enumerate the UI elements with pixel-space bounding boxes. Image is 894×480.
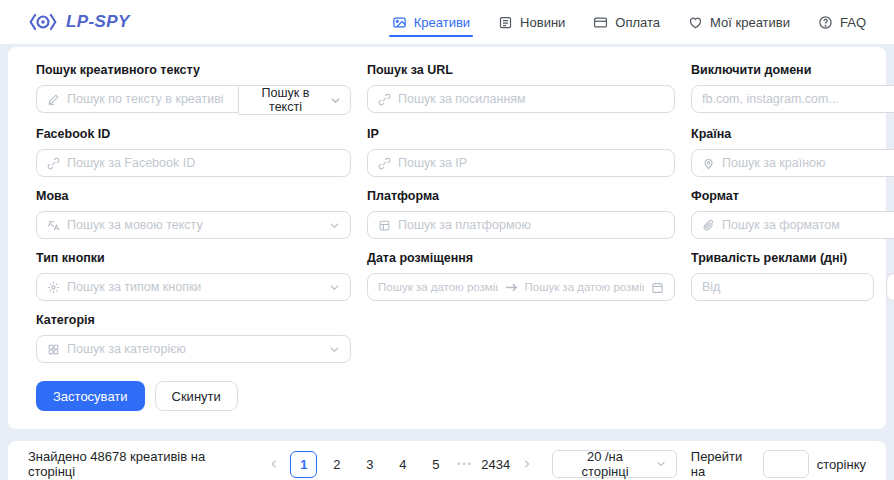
heart-icon [688, 15, 703, 30]
filter-url: Пошук за URL [367, 55, 675, 115]
tab-creatives[interactable]: Креативи [392, 0, 470, 44]
filter-exclude-domains: Виключити домени [691, 55, 894, 115]
field-label: Виключити домени [691, 63, 894, 77]
creative-text-input[interactable] [67, 92, 228, 106]
page-button-4[interactable]: 4 [389, 451, 416, 478]
filter-facebook-id: Facebook ID [36, 119, 351, 177]
page-button-last[interactable]: 2434 [481, 451, 511, 478]
filter-placement-date: Дата розміщення [367, 243, 675, 301]
paperclip-icon [702, 219, 715, 232]
brand-logo[interactable]: LP-SPY [28, 12, 130, 32]
exclude-domains-input[interactable] [702, 92, 894, 106]
category-input[interactable] [67, 342, 322, 356]
field-label: Тип кнопки [36, 251, 351, 265]
page-button-1[interactable]: 1 [290, 451, 317, 478]
reset-button[interactable]: Скинути [155, 381, 238, 411]
field-label: Формат [691, 189, 894, 203]
date-to-input[interactable] [525, 281, 645, 293]
gear-icon [47, 281, 60, 294]
question-circle-icon [818, 15, 833, 30]
tab-label: Оплата [615, 15, 660, 30]
field-label: Пошук креативного тексту [36, 63, 351, 77]
arrow-right-icon [505, 281, 518, 294]
page-size-value: 20 /на сторінці [563, 449, 647, 479]
page-button-2[interactable]: 2 [323, 451, 350, 478]
field-label: Країна [691, 127, 894, 141]
page-size-select[interactable]: 20 /на сторінці [552, 450, 677, 478]
filter-category: Категорія [36, 305, 351, 363]
tab-news[interactable]: Новини [498, 0, 565, 44]
credit-card-icon [593, 15, 608, 30]
chevron-down-icon [329, 344, 340, 355]
goto-page: Перейти на сторінку [691, 449, 866, 479]
tab-faq[interactable]: FAQ [818, 0, 866, 44]
facebook-id-input[interactable] [67, 156, 340, 170]
filter-country: Країна [691, 119, 894, 177]
page-button-3[interactable]: 3 [356, 451, 383, 478]
platform-input[interactable] [398, 218, 664, 232]
link-icon [378, 157, 391, 170]
tab-payment[interactable]: Оплата [593, 0, 660, 44]
tab-my-creatives[interactable]: Мої креативи [688, 0, 790, 44]
page-button-5[interactable]: 5 [422, 451, 449, 478]
filter-language: Мова [36, 181, 351, 239]
results-bar: Знайдено 48678 креативів на сторінці 1 2… [8, 441, 886, 480]
duration-from-input[interactable] [702, 280, 863, 294]
field-label: Пошук за URL [367, 63, 675, 77]
button-type-input[interactable] [67, 280, 322, 294]
filter-ad-duration: Тривалість реклами (дні) [691, 243, 894, 301]
filters-panel: Пошук креативного тексту Пошук в тексті … [8, 47, 886, 429]
goto-prefix: Перейти на [691, 449, 755, 479]
app-header: LP-SPY Креативи Новини Оплата Мої креати… [0, 0, 894, 44]
translate-icon [47, 219, 60, 232]
field-label: Facebook ID [36, 127, 351, 141]
chevron-down-icon [329, 220, 340, 231]
filter-creative-text: Пошук креативного тексту Пошук в тексті [36, 55, 351, 115]
results-summary: Знайдено 48678 креативів на сторінці [28, 449, 249, 479]
location-pin-icon [702, 157, 715, 170]
field-label: Мова [36, 189, 351, 203]
tab-label: Мої креативи [710, 15, 790, 30]
pagination-ellipsis[interactable]: ••• [457, 459, 472, 469]
news-icon [498, 15, 513, 30]
url-input[interactable] [398, 92, 664, 106]
calendar-icon [651, 281, 664, 294]
field-label: IP [367, 127, 675, 141]
chevron-down-icon [329, 282, 340, 293]
date-from-input[interactable] [378, 281, 498, 293]
field-label: Тривалість реклами (дні) [691, 251, 894, 265]
filter-format: Формат [691, 181, 894, 239]
goto-suffix: сторінку [817, 457, 866, 472]
language-input[interactable] [67, 218, 322, 232]
link-icon [47, 157, 60, 170]
mode-label: Пошук в тексті [248, 86, 323, 114]
filter-button-type: Тип кнопки [36, 243, 351, 301]
category-grid-icon [47, 343, 60, 356]
pencil-icon [47, 93, 60, 106]
tab-label: FAQ [840, 15, 866, 30]
brand-name: LP-SPY [66, 12, 130, 32]
field-label: Категорія [36, 313, 351, 327]
format-input[interactable] [722, 218, 894, 232]
text-search-mode-select[interactable]: Пошук в тексті [238, 85, 351, 115]
country-input[interactable] [722, 156, 894, 170]
chevron-down-icon [656, 459, 666, 469]
picture-icon [392, 15, 407, 30]
field-label: Дата розміщення [367, 251, 675, 265]
goto-page-input[interactable] [763, 450, 809, 478]
main-nav: Креативи Новини Оплата Мої креативи FAQ [392, 0, 866, 44]
filter-platform: Платформа [367, 181, 675, 239]
filter-ip: IP [367, 119, 675, 177]
tab-label: Креативи [414, 15, 470, 30]
ip-input[interactable] [398, 156, 664, 170]
link-icon [378, 93, 391, 106]
grid-icon [378, 219, 391, 232]
pagination-prev-button[interactable] [263, 451, 284, 477]
eye-logo-icon [28, 12, 58, 32]
chevron-down-icon [330, 95, 341, 106]
apply-button[interactable]: Застосувати [36, 381, 145, 411]
field-label: Платформа [367, 189, 675, 203]
pagination-next-button[interactable] [517, 451, 538, 477]
tab-label: Новини [520, 15, 565, 30]
